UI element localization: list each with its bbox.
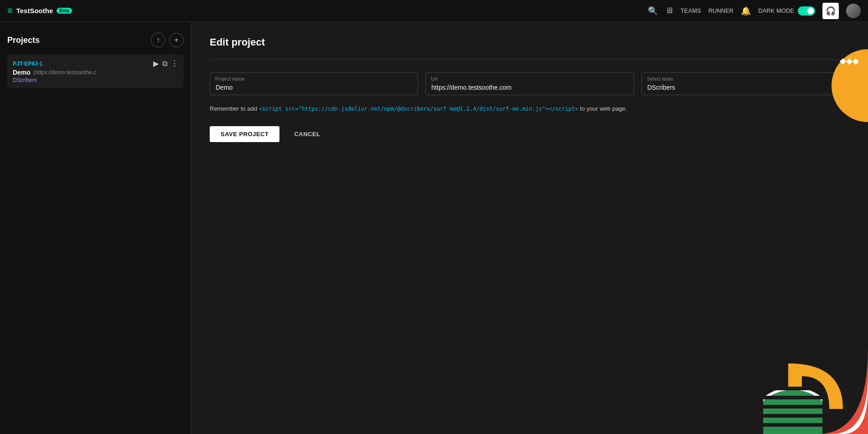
remember-text: Remember to add <script src="https://cdn… <box>210 104 850 113</box>
remember-after: to your web page. <box>578 105 627 112</box>
project-name-input[interactable] <box>210 72 418 95</box>
svg-point-2 <box>763 388 822 434</box>
main-layout: Projects ↑ + PJT-EP8J-1 ▶ ⧉ ⋮ Demo (http… <box>0 22 868 434</box>
form-row: Project name Url Select team DScribers ✕… <box>210 72 850 95</box>
avatar[interactable] <box>846 4 861 18</box>
script-snippet: <script src="https://cdn.jsdelivr.net/np… <box>259 106 579 112</box>
monitor-icon[interactable]: 🖥 <box>665 6 673 15</box>
save-project-button[interactable]: SAVE PROJECT <box>210 126 279 142</box>
remember-before: Remember to add <box>210 105 259 112</box>
copy-icon[interactable]: ⧉ <box>162 60 167 68</box>
select-clear-button[interactable]: ✕ <box>833 80 841 88</box>
project-name-field: Project name <box>210 72 418 95</box>
topbar-actions: 🔍 🖥 TEAMS RUNNER 🔔 DARK MODE 🎧 <box>648 3 861 19</box>
play-icon[interactable]: ▶ <box>153 59 159 68</box>
dark-mode-switch[interactable] <box>798 6 815 15</box>
deco-green-svg <box>763 375 822 434</box>
avatar-image <box>846 4 861 18</box>
runner-nav-link[interactable]: RUNNER <box>708 7 734 14</box>
project-team: DScribers <box>13 77 178 83</box>
beta-badge: Beta <box>57 8 72 14</box>
select-team-field: Select team DScribers ✕ ▾ <box>641 72 850 95</box>
project-card-actions: ▶ ⧉ ⋮ <box>153 59 178 68</box>
search-icon[interactable]: 🔍 <box>648 6 658 16</box>
project-id: PJT-EP8J-1 <box>13 61 42 67</box>
select-team-dropdown[interactable]: DScribers <box>641 72 850 95</box>
headphone-button[interactable]: 🎧 <box>822 3 839 19</box>
dark-mode-label: DARK MODE <box>758 7 794 14</box>
project-url: (https://demo.testsoothe.c <box>33 69 96 76</box>
url-input[interactable] <box>425 72 634 95</box>
page-title: Edit project <box>210 36 850 48</box>
sidebar-title: Projects <box>7 36 40 45</box>
project-card[interactable]: PJT-EP8J-1 ▶ ⧉ ⋮ Demo (https://demo.test… <box>7 55 184 88</box>
deco-yellow-svg <box>788 363 843 409</box>
more-icon[interactable]: ⋮ <box>171 59 178 68</box>
select-controls: ✕ ▾ <box>833 80 846 88</box>
upload-button[interactable]: ↑ <box>151 33 165 47</box>
svg-rect-0 <box>763 375 822 434</box>
project-card-top: PJT-EP8J-1 ▶ ⧉ ⋮ <box>13 59 178 68</box>
deco-bottom-right <box>731 306 868 434</box>
project-name: Demo <box>13 69 31 76</box>
logo-area: ≡ TestSoothe Beta <box>7 5 72 16</box>
add-project-button[interactable]: + <box>169 33 184 47</box>
cancel-button[interactable]: CANCEL <box>287 126 327 142</box>
divider <box>210 59 850 60</box>
content-area: Edit project Project name Url Select tea… <box>191 22 868 434</box>
form-actions: SAVE PROJECT CANCEL <box>210 126 850 142</box>
topbar: ≡ TestSoothe Beta 🔍 🖥 TEAMS RUNNER 🔔 DAR… <box>0 0 868 22</box>
deco-red-svg <box>818 347 868 434</box>
svg-point-1 <box>763 388 822 434</box>
sidebar-header: Projects ↑ + <box>7 33 184 47</box>
notification-icon[interactable]: 🔔 <box>741 6 751 16</box>
sidebar: Projects ↑ + PJT-EP8J-1 ▶ ⧉ ⋮ Demo (http… <box>0 22 191 434</box>
logo-text: TestSoothe <box>16 7 53 15</box>
chevron-down-icon[interactable]: ▾ <box>843 80 846 87</box>
url-field: Url <box>425 72 634 95</box>
sidebar-actions: ↑ + <box>151 33 184 47</box>
project-name-row: Demo (https://demo.testsoothe.c <box>13 69 178 76</box>
dark-mode-toggle: DARK MODE <box>758 6 815 15</box>
teams-nav-link[interactable]: TEAMS <box>681 7 701 14</box>
logo-icon: ≡ <box>7 5 13 16</box>
select-team-value: DScribers <box>647 84 675 91</box>
